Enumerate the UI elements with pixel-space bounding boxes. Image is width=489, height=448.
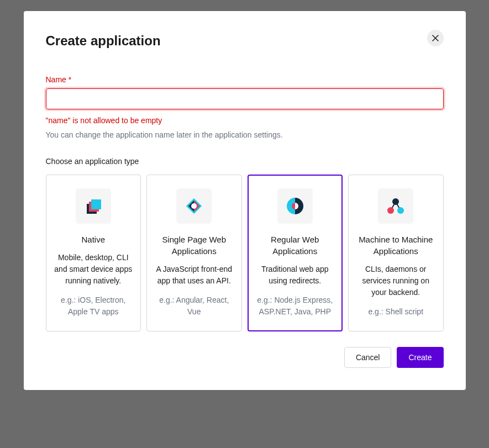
type-title: Regular Web Applications — [255, 234, 336, 257]
name-label: Name * — [46, 75, 444, 84]
svg-point-8 — [392, 198, 399, 205]
name-error: "name" is not allowed to be empty — [46, 116, 444, 125]
cancel-button[interactable]: Cancel — [344, 347, 392, 368]
type-example: e.g.: Shell script — [368, 306, 423, 318]
m2m-icon — [378, 188, 413, 224]
type-section-label: Choose an application type — [46, 157, 444, 166]
close-button[interactable] — [427, 30, 444, 46]
type-desc: Traditional web app using redirects. — [255, 263, 336, 287]
type-desc: Mobile, desktop, CLI and smart device ap… — [53, 252, 134, 287]
type-example: e.g.: Angular, React, Vue — [154, 294, 235, 318]
type-card-spa[interactable]: Single Page Web Applications A JavaScrip… — [146, 175, 242, 331]
type-title: Native — [81, 234, 105, 245]
type-desc: CLIs, daemons or services running on you… — [355, 263, 437, 298]
modal-actions: Cancel Create — [46, 347, 444, 368]
type-card-regular[interactable]: Regular Web Applications Traditional web… — [248, 175, 343, 331]
svg-point-9 — [387, 207, 394, 214]
name-input[interactable] — [46, 88, 444, 109]
type-example: e.g.: iOS, Electron, Apple TV apps — [53, 294, 134, 318]
svg-point-3 — [191, 203, 197, 209]
modal-overlay: Create application Name * "name" is not … — [0, 0, 489, 448]
type-card-native[interactable]: Native Mobile, desktop, CLI and smart de… — [46, 175, 141, 331]
regular-icon — [277, 188, 313, 224]
native-icon — [76, 188, 111, 224]
create-application-modal: Create application Name * "name" is not … — [24, 11, 466, 390]
modal-title: Create application — [46, 33, 444, 49]
svg-rect-2 — [91, 199, 101, 209]
type-title: Single Page Web Applications — [154, 234, 235, 257]
type-title: Machine to Machine Applications — [355, 234, 437, 257]
type-desc: A JavaScript front-end app that uses an … — [154, 263, 235, 287]
svg-point-10 — [397, 207, 404, 214]
create-button[interactable]: Create — [397, 347, 443, 368]
type-example: e.g.: Node.js Express, ASP.NET, Java, PH… — [255, 294, 336, 318]
spa-icon — [176, 188, 212, 224]
type-card-m2m[interactable]: Machine to Machine Applications CLIs, da… — [348, 175, 444, 331]
name-help: You can change the application name late… — [46, 130, 444, 139]
type-grid: Native Mobile, desktop, CLI and smart de… — [46, 175, 444, 331]
close-icon — [432, 34, 439, 43]
